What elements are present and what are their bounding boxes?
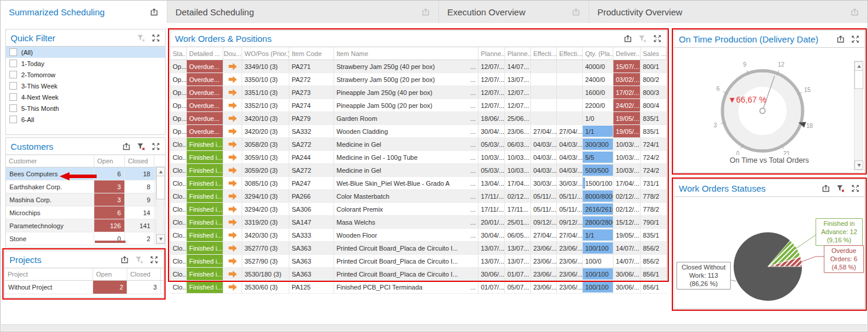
maximize-icon[interactable] — [150, 255, 159, 264]
scroll-down-button[interactable] — [156, 234, 165, 244]
table-row[interactable]: Clo...Finished i...3530/180 (3)SA363Prin… — [170, 268, 666, 281]
table-row[interactable]: Stone02 — [6, 232, 165, 245]
table-row[interactable]: Op...Overdue...3420/10 (3)PA279Garden Ro… — [170, 112, 666, 125]
maximize-icon[interactable] — [653, 34, 662, 43]
tab-productivity-overview[interactable]: Productivity Overview — [589, 1, 867, 23]
scroll-up-button[interactable] — [854, 61, 863, 71]
column-header-project[interactable]: Project — [5, 268, 93, 280]
column-header[interactable]: Detailed ... — [187, 47, 223, 60]
quick-filter-item[interactable]: 6-All — [6, 114, 165, 125]
checkbox[interactable] — [9, 71, 17, 78]
orange-arrow-icon[interactable] — [229, 102, 237, 109]
quick-filter-item[interactable]: 1-Today — [6, 58, 165, 69]
column-header[interactable]: Sales ... — [641, 47, 666, 60]
maximize-icon[interactable] — [151, 142, 160, 151]
table-row[interactable]: Earthshaker Corp.38 — [6, 180, 165, 193]
table-row[interactable]: Clo...Finished i...3319/20 (3)SA147Masa … — [170, 216, 666, 229]
column-header-customer[interactable]: Customer — [6, 155, 94, 167]
clear-filter-icon[interactable] — [137, 142, 146, 151]
export-icon[interactable] — [572, 8, 580, 17]
double-click-cell[interactable] — [223, 60, 242, 73]
column-header[interactable]: WO/Pos (Prior.) — [242, 47, 289, 60]
column-header-closed[interactable]: Closed — [127, 268, 161, 280]
orange-arrow-icon[interactable] — [229, 167, 237, 174]
column-header[interactable]: Effecti... — [557, 47, 583, 60]
column-header[interactable]: Deliver... — [613, 47, 641, 60]
table-row[interactable]: Mashina Corp.39 — [6, 193, 165, 206]
checkbox[interactable] — [9, 104, 17, 112]
column-header[interactable]: Sta... — [170, 47, 187, 60]
column-header[interactable]: Planne... — [478, 47, 505, 60]
table-row[interactable]: Op...Overdue...3420/20 (3)SA332Wooden Cl… — [170, 125, 666, 138]
table-row[interactable]: Clo...Finished i...3058/20 (3)SA272Medic… — [170, 138, 666, 151]
double-click-cell[interactable] — [223, 164, 242, 176]
table-row[interactable]: Clo...Finished i...3527/90 (3)SA363Print… — [170, 255, 666, 268]
export-icon[interactable] — [836, 35, 845, 44]
table-row[interactable]: Microchips614 — [6, 206, 165, 219]
table-row[interactable]: Clo...Finished i...3527/70 (3)SA363Print… — [170, 242, 666, 255]
quick-filter-item[interactable]: 4-Next Week — [6, 91, 165, 103]
orange-arrow-icon[interactable] — [229, 258, 237, 265]
orange-arrow-icon[interactable] — [229, 284, 237, 291]
quick-filter-item[interactable]: 3-This Week — [6, 80, 165, 91]
clear-filter-icon[interactable] — [638, 34, 647, 43]
column-header[interactable]: Item Name — [334, 47, 478, 60]
double-click-cell[interactable] — [223, 203, 242, 215]
table-row[interactable]: Parametechnology126141 — [6, 219, 165, 232]
horizontal-scrollbar[interactable] — [1, 324, 867, 331]
checkbox[interactable] — [9, 82, 17, 90]
checkbox[interactable] — [9, 48, 17, 56]
table-row[interactable]: Clo...Finished i...3420/30 (3)SA333Woode… — [170, 229, 666, 242]
export-icon[interactable] — [150, 8, 159, 17]
orange-arrow-icon[interactable] — [229, 271, 237, 278]
checkbox[interactable] — [9, 116, 17, 123]
double-click-cell[interactable] — [223, 86, 242, 98]
orange-arrow-icon[interactable] — [229, 154, 237, 161]
table-row[interactable]: Clo...Finished i...3294/20 (3)SA306Color… — [170, 203, 666, 216]
column-header[interactable]: Dou... — [223, 47, 242, 60]
double-click-cell[interactable] — [223, 242, 242, 254]
quick-filter-item[interactable]: 5-This Month — [6, 103, 165, 114]
double-click-cell[interactable] — [223, 229, 242, 241]
double-click-cell[interactable] — [223, 255, 242, 267]
double-click-cell[interactable] — [223, 216, 242, 228]
double-click-cell[interactable] — [223, 190, 242, 202]
column-header-closed[interactable]: Closed — [125, 155, 154, 167]
orange-arrow-icon[interactable] — [229, 245, 237, 252]
column-header[interactable]: Effecti... — [531, 47, 557, 60]
table-row[interactable]: Op...Overdue...3352/10 (3)PA274Pineapple… — [170, 99, 666, 112]
column-header-open[interactable]: Open — [93, 268, 127, 280]
orange-arrow-icon[interactable] — [229, 193, 237, 200]
column-header[interactable]: Planne... — [505, 47, 531, 60]
table-row[interactable]: Clo...Finished i...3294/10 (3)PA266Color… — [170, 190, 666, 203]
double-click-cell[interactable] — [223, 73, 242, 86]
scroll-thumb[interactable] — [156, 176, 165, 199]
double-click-cell[interactable] — [223, 138, 242, 150]
export-icon[interactable] — [421, 8, 430, 17]
double-click-cell[interactable] — [223, 281, 242, 293]
double-click-cell[interactable] — [223, 177, 242, 189]
column-header[interactable]: Item Code — [289, 47, 334, 60]
orange-arrow-icon[interactable] — [229, 206, 237, 213]
orange-arrow-icon[interactable] — [229, 115, 237, 122]
table-row[interactable]: Clo...Finished i...3059/10 (3)PA244Medic… — [170, 151, 666, 164]
orange-arrow-icon[interactable] — [229, 180, 237, 187]
orange-arrow-icon[interactable] — [229, 141, 237, 148]
quick-filter-item[interactable]: 2-Tomorrow — [6, 69, 165, 80]
table-row[interactable]: Op...Overdue...3351/10 (3)PA273Pineapple… — [170, 86, 666, 99]
export-icon[interactable] — [122, 142, 131, 151]
export-icon[interactable] — [821, 184, 830, 193]
double-click-cell[interactable] — [223, 112, 242, 124]
table-row[interactable]: Clo...Finished i...3530/60 (3)PA125Finis… — [170, 281, 666, 294]
column-header-open[interactable]: Open — [94, 155, 125, 167]
export-icon[interactable] — [120, 255, 129, 264]
orange-arrow-icon[interactable] — [229, 63, 237, 70]
table-row[interactable]: Clo...Finished i...3085/10 (3)PA247Wet-B… — [170, 177, 666, 190]
maximize-icon[interactable] — [151, 34, 160, 42]
checkbox[interactable] — [9, 60, 17, 67]
customers-scrollbar[interactable] — [156, 166, 164, 244]
table-row[interactable]: Op...Overdue...3350/10 (3)PA272Strawberr… — [170, 73, 666, 86]
column-header[interactable]: Qty. (Pla... — [583, 47, 613, 60]
export-icon[interactable] — [850, 8, 859, 17]
checkbox[interactable] — [9, 93, 17, 101]
